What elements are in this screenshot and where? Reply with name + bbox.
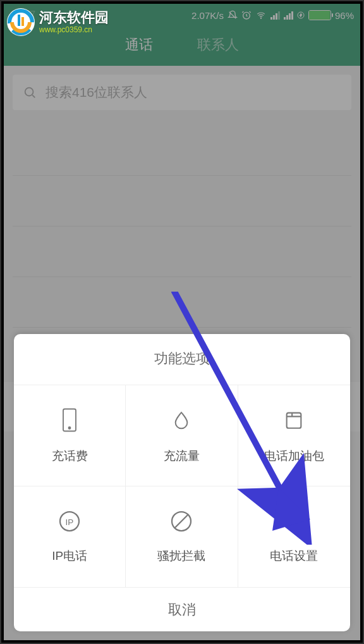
option-label: 充流量	[164, 448, 200, 464]
svg-rect-6	[287, 412, 301, 428]
option-label: 电话加油包	[264, 448, 324, 464]
watermark-logo-icon	[5, 6, 37, 38]
package-icon	[283, 407, 305, 435]
watermark-title: 河东软件园	[39, 11, 109, 25]
option-label: 电话设置	[270, 548, 318, 564]
option-phone-settings[interactable]: 电话设置	[238, 486, 350, 587]
svg-line-10	[175, 514, 188, 528]
option-label: 充话费	[52, 448, 88, 464]
options-sheet: 功能选项 充话费 充流量 电话加油包	[14, 334, 350, 631]
option-phone-package[interactable]: 电话加油包	[238, 385, 350, 486]
option-label: 骚扰拦截	[157, 548, 205, 564]
block-icon	[170, 510, 193, 535]
phone-screen: 15:27 2.07K/s 96% 通话 联系人 搜索416位联系人	[4, 4, 360, 640]
option-label: IP电话	[52, 548, 87, 564]
options-grid: 充话费 充流量 电话加油包 IP IP电话	[14, 385, 350, 587]
svg-point-5	[69, 427, 71, 429]
svg-rect-14	[18, 15, 20, 26]
droplet-icon	[171, 407, 191, 435]
cancel-button[interactable]: 取消	[14, 587, 350, 631]
svg-rect-15	[21, 17, 24, 26]
svg-point-11	[291, 518, 297, 524]
watermark-url: www.pc0359.cn	[39, 26, 109, 34]
svg-text:IP: IP	[66, 517, 74, 527]
sheet-title: 功能选项	[14, 334, 350, 385]
option-recharge-data[interactable]: 充流量	[126, 385, 238, 486]
option-spam-block[interactable]: 骚扰拦截	[126, 486, 238, 587]
settings-icon	[282, 510, 305, 535]
device-frame: 15:27 2.07K/s 96% 通话 联系人 搜索416位联系人	[0, 0, 364, 644]
option-recharge-phone[interactable]: 充话费	[14, 385, 126, 486]
phone-card-icon	[60, 407, 79, 435]
option-ip-phone[interactable]: IP IP电话	[14, 486, 126, 587]
watermark: 河东软件园 www.pc0359.cn	[5, 6, 109, 38]
cancel-label: 取消	[168, 600, 196, 619]
ip-icon: IP	[58, 510, 81, 535]
